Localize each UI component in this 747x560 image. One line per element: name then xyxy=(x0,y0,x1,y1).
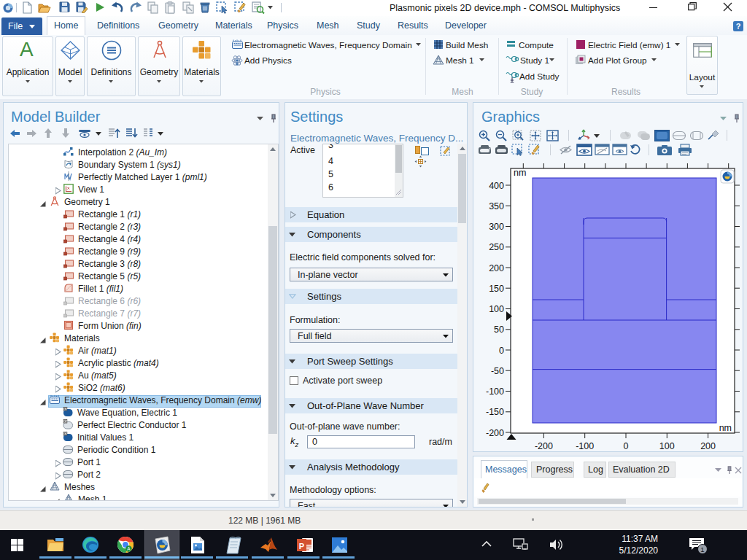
svg-text:1: 1 xyxy=(700,545,704,553)
svg-text:0: 0 xyxy=(499,346,504,356)
svg-text:150: 150 xyxy=(489,284,504,294)
svg-text:50: 50 xyxy=(494,324,504,335)
svg-text:300: 300 xyxy=(489,222,504,232)
svg-text:-50: -50 xyxy=(491,366,504,376)
svg-text:A: A xyxy=(127,546,131,551)
svg-text:200: 200 xyxy=(700,441,716,451)
svg-text:250: 250 xyxy=(489,242,504,252)
svg-text:400: 400 xyxy=(489,181,504,191)
svg-text:200: 200 xyxy=(489,263,504,273)
svg-text:nm: nm xyxy=(719,423,732,433)
svg-text:-100: -100 xyxy=(576,441,594,451)
svg-text:-200: -200 xyxy=(486,428,504,438)
svg-text:P: P xyxy=(299,542,304,551)
svg-text:-100: -100 xyxy=(486,386,504,397)
svg-text:-150: -150 xyxy=(486,407,504,417)
svg-text:nm: nm xyxy=(514,168,526,178)
svg-text:100: 100 xyxy=(659,441,675,451)
svg-text:350: 350 xyxy=(489,201,504,211)
svg-text:0: 0 xyxy=(624,441,629,451)
svg-text:100: 100 xyxy=(489,304,504,314)
svg-text:-200: -200 xyxy=(535,441,553,451)
